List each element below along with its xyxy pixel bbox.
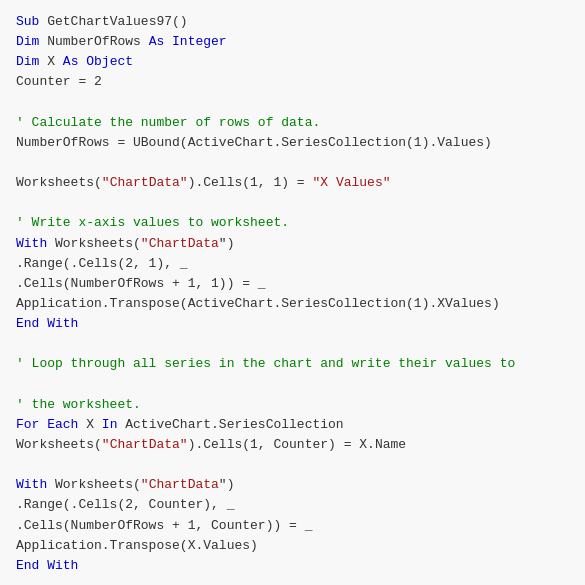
code-line bbox=[16, 375, 569, 395]
code-line: .Cells(NumberOfRows + 1, 1)) = _ bbox=[16, 274, 569, 294]
code-line: Sub GetChartValues97() bbox=[16, 12, 569, 32]
code-token-normal: Worksheets( bbox=[16, 175, 102, 190]
code-line: With Worksheets("ChartData") bbox=[16, 234, 569, 254]
code-token-normal: X bbox=[86, 417, 102, 432]
code-line: Worksheets("ChartData").Cells(1, 1) = "X… bbox=[16, 173, 569, 193]
code-token-normal: ).Cells(1, Counter) = X.Name bbox=[188, 437, 406, 452]
code-line bbox=[16, 455, 569, 475]
code-token-normal: ") bbox=[219, 236, 235, 251]
code-token-normal: NumberOfRows = UBound(ActiveChart.Series… bbox=[16, 135, 492, 150]
code-token-kw: Sub bbox=[16, 14, 47, 29]
code-line: Counter = 2 bbox=[16, 72, 569, 92]
code-token-normal: NumberOfRows bbox=[47, 34, 148, 49]
code-token-normal: Worksheets( bbox=[55, 477, 141, 492]
code-token-str: "ChartData bbox=[141, 236, 219, 251]
code-token-kw: In bbox=[102, 417, 125, 432]
code-token-normal: ).Cells(1, 1) = bbox=[188, 175, 313, 190]
code-token-comment: ' the worksheet. bbox=[16, 397, 141, 412]
code-token-normal: Application.Transpose(ActiveChart.Series… bbox=[16, 296, 500, 311]
code-token-kw: End With bbox=[16, 316, 78, 331]
code-token-normal: X bbox=[47, 54, 63, 69]
code-line: .Range(.Cells(2, 1), _ bbox=[16, 254, 569, 274]
code-token-kw: As Object bbox=[63, 54, 133, 69]
code-line: ' the worksheet. bbox=[16, 395, 569, 415]
code-line: Application.Transpose(ActiveChart.Series… bbox=[16, 294, 569, 314]
code-line bbox=[16, 193, 569, 213]
code-token-normal: ActiveChart.SeriesCollection bbox=[125, 417, 343, 432]
code-line bbox=[16, 153, 569, 173]
code-token-normal: ") bbox=[219, 477, 235, 492]
code-token-kw: With bbox=[16, 477, 55, 492]
code-token-str: "ChartData bbox=[141, 477, 219, 492]
code-token-comment: ' Write x-axis values to worksheet. bbox=[16, 215, 289, 230]
code-token-normal: .Range(.Cells(2, 1), _ bbox=[16, 256, 188, 271]
code-token-kw: Dim bbox=[16, 54, 47, 69]
code-line: For Each X In ActiveChart.SeriesCollecti… bbox=[16, 415, 569, 435]
code-token-normal: GetChartValues97() bbox=[47, 14, 187, 29]
code-token-str: "ChartData" bbox=[102, 437, 188, 452]
code-token-normal: Worksheets( bbox=[55, 236, 141, 251]
code-token-kw: End With bbox=[16, 558, 78, 573]
code-line bbox=[16, 334, 569, 354]
code-token-str: "X Values" bbox=[312, 175, 390, 190]
code-token-normal: Application.Transpose(X.Values) bbox=[16, 538, 258, 553]
code-token-normal: Counter = 2 bbox=[16, 74, 102, 89]
code-line bbox=[16, 93, 569, 113]
code-line: With Worksheets("ChartData") bbox=[16, 475, 569, 495]
code-line: End With bbox=[16, 314, 569, 334]
code-line: ' Calculate the number of rows of data. bbox=[16, 113, 569, 133]
code-line: Dim X As Object bbox=[16, 52, 569, 72]
code-line bbox=[16, 576, 569, 585]
code-token-kw: As Integer bbox=[149, 34, 227, 49]
code-token-normal: .Range(.Cells(2, Counter), _ bbox=[16, 497, 234, 512]
code-line: ' Loop through all series in the chart a… bbox=[16, 354, 569, 374]
code-line: ' Write x-axis values to worksheet. bbox=[16, 213, 569, 233]
code-line: .Cells(NumberOfRows + 1, Counter)) = _ bbox=[16, 516, 569, 536]
code-line: End With bbox=[16, 556, 569, 576]
code-line: Application.Transpose(X.Values) bbox=[16, 536, 569, 556]
code-token-kw: For Each bbox=[16, 417, 86, 432]
code-line: .Range(.Cells(2, Counter), _ bbox=[16, 495, 569, 515]
code-token-comment: ' Calculate the number of rows of data. bbox=[16, 115, 320, 130]
code-token-normal: .Cells(NumberOfRows + 1, 1)) = _ bbox=[16, 276, 266, 291]
code-token-normal: .Cells(NumberOfRows + 1, Counter)) = _ bbox=[16, 518, 312, 533]
code-token-str: "ChartData" bbox=[102, 175, 188, 190]
code-line: NumberOfRows = UBound(ActiveChart.Series… bbox=[16, 133, 569, 153]
code-editor: Sub GetChartValues97()Dim NumberOfRows A… bbox=[0, 0, 585, 585]
code-token-kw: Dim bbox=[16, 34, 47, 49]
code-token-comment: ' Loop through all series in the chart a… bbox=[16, 356, 515, 371]
code-token-normal: Worksheets( bbox=[16, 437, 102, 452]
code-line: Worksheets("ChartData").Cells(1, Counter… bbox=[16, 435, 569, 455]
code-line: Dim NumberOfRows As Integer bbox=[16, 32, 569, 52]
code-token-kw: With bbox=[16, 236, 55, 251]
